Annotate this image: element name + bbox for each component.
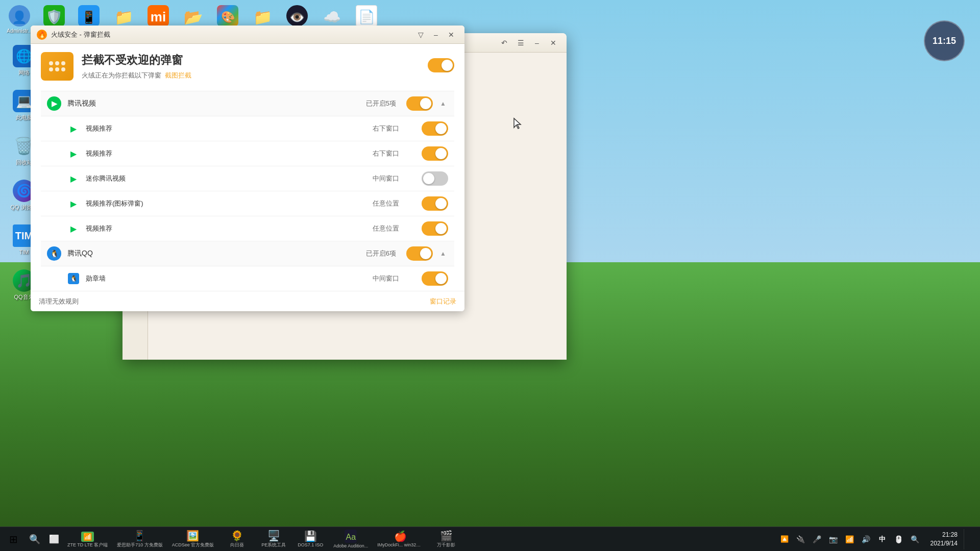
taskbar-app-acdsee[interactable]: 🖼️ ACDSee 官方免费版 [168,527,218,552]
tray-search2[interactable]: 🔍 [908,532,922,546]
taskbar-app-audition[interactable]: Aa Adobe Audition... [329,527,372,552]
main-window-close-btn[interactable]: ✕ [546,36,560,49]
taskbar-app-xiangmu[interactable]: 🌻 向日葵 [219,527,255,552]
taskbar-app-zte[interactable]: 📶 ZTE TD LTE 客户端 [63,527,112,552]
group-tencent-qq: 🐧 腾讯QQ 已开启6项 ▲ [41,241,454,266]
footer-clean-link[interactable]: 清理无效规则 [39,297,79,306]
group-icon-tencent-video: ▶ [47,96,61,111]
taskbar-app-dos7[interactable]: 💾 DOS7.1 ISO [292,527,328,552]
group-name-tencent-video: 腾讯视频 [67,99,366,108]
group-count-tencent-video: 已开启5项 [366,99,396,108]
taskbar-search-button[interactable]: 🔍 [24,529,45,549]
taskbar-apps: 📶 ZTE TD LTE 客户端 📱 爱思助手710 方免费版 🖼️ ACDSe… [63,527,777,552]
dot1 [49,61,53,65]
list-item-mini-video: ▶ 迷你腾讯视频 中间窗口 [41,166,454,191]
taskbar-date: 2021/9/14 [930,539,958,548]
group-name-tencent-qq: 腾讯QQ [67,249,366,258]
tray-mouse[interactable]: 🖱️ [892,532,906,546]
main-window-minimize-btn[interactable]: – [530,36,544,49]
main-toggle[interactable] [428,58,454,74]
group-icon-tencent-qq: 🐧 [47,246,61,261]
dot2 [55,61,59,65]
popup-title: 拦截不受欢迎的弹窗 [82,53,191,68]
item-icon-5: ▶ [67,222,80,235]
main-window-undo-btn[interactable]: ↶ [497,36,511,49]
item-icon-2: ▶ [67,147,80,160]
popup-dots [49,61,65,71]
item-toggle-5[interactable] [422,221,448,236]
tray-icon-1[interactable]: 🔌 [794,532,808,546]
dialog-close-btn[interactable]: ✕ [444,28,458,41]
item-icon-3: ▶ [67,172,80,185]
taskbar-time: 21:28 [942,531,958,539]
popup-header-icon [41,52,74,81]
dot3 [61,61,65,65]
dot5 [55,67,59,71]
dialog-body: 拦截不受欢迎的弹窗 火绒正在为你拦截以下弹窗 截图拦截 ▶ [31,44,464,305]
taskbar-app-pe[interactable]: 🖥️ PE系统工具 [256,527,291,552]
group-toggle-tencent-qq[interactable] [406,246,433,261]
tray-chevron[interactable]: 🔼 [777,532,792,546]
screenshot-link[interactable]: 截图拦截 [165,71,191,79]
tray-lang[interactable]: 中 [875,532,890,546]
tray-mic[interactable]: 🎤 [810,532,824,546]
tray-volume[interactable]: 🔊 [859,532,873,546]
tray-cam[interactable]: 📷 [826,532,841,546]
main-toggle-switch[interactable] [428,58,454,72]
audition-label: Adobe Audition... [333,543,368,548]
dialog-logo: 🔥 [37,30,47,40]
clock-time: 11:15 [933,36,956,46]
group-count-tencent-qq: 已开启6项 [366,249,396,258]
dialog-title: 火绒安全 - 弹窗拦截 [51,30,413,39]
item-icon-4: ▶ [67,197,80,210]
main-window-controls: ↶ ☰ – ✕ [497,36,560,49]
admin-label: Administr... [7,28,32,34]
taskbar: ⊞ 🔍 ⬜ 📶 ZTE TD LTE 客户端 📱 爱思助手710 方免费版 🖼️… [0,527,980,551]
list-item-xunzhang: 🐧 勋章墙 中间窗口 [41,266,454,291]
item-icon-qq-1: 🐧 [67,272,80,285]
taskbar-clock[interactable]: 21:28 2021/9/14 [926,530,962,549]
group-arrow-tencent-video[interactable]: ▲ [438,100,448,107]
taskbar-app-mydock[interactable]: 🍎 IMyDockFi... win32%2... [373,527,427,552]
list-item-video-rec-1: ▶ 视频推荐 右下窗口 [41,116,454,141]
dot4 [49,67,53,71]
show-desktop-btn[interactable] [964,529,978,549]
taskbar-task-view[interactable]: ⬜ [45,530,63,548]
list-item-video-icon-popup: ▶ 视频推荐(图标弹窗) 任意位置 [41,191,454,216]
dialog-footer: 清理无效规则 窗口记录 [31,291,464,311]
dialog-window: 🔥 火绒安全 - 弹窗拦截 ▽ – ✕ [31,26,464,311]
list-item-video-rec-2: ▶ 视频推荐 右下窗口 [41,141,454,166]
taskbar-app-aisi[interactable]: 📱 爱思助手710 方免费版 [113,527,167,552]
dialog-minimize-btn[interactable]: – [429,28,443,41]
clock-widget: 11:15 [924,20,965,61]
dialog-controls: ▽ – ✕ [413,28,458,41]
desktop-icon-admin[interactable]: 👤 Administr... [4,2,35,37]
desktop: 11:15 👤 Administr... 🛡️ 电脑管家 📱 刷机精灵 📁 [0,0,980,551]
item-icon-1: ▶ [67,122,80,135]
popup-list[interactable]: ▶ 腾讯视频 已开启5项 ▲ ▶ 视频推荐 右下窗口 ▶ 视频推荐 [41,91,454,305]
item-toggle-qq-1[interactable] [422,271,448,286]
item-toggle-2[interactable] [422,146,448,161]
group-tencent-video: ▶ 腾讯视频 已开启5项 ▲ [41,91,454,116]
dialog-filter-btn[interactable]: ▽ [413,28,428,41]
list-item-video-rec-3: ▶ 视频推荐 任意位置 [41,216,454,241]
group-arrow-tencent-qq[interactable]: ▲ [438,250,448,257]
group-toggle-tencent-video[interactable] [406,96,433,111]
item-toggle-3[interactable] [422,171,448,186]
popup-header: 拦截不受欢迎的弹窗 火绒正在为你拦截以下弹窗 截图拦截 [41,52,454,81]
popup-header-text: 拦截不受欢迎的弹窗 火绒正在为你拦截以下弹窗 截图拦截 [82,53,191,80]
taskbar-app-wanpian[interactable]: 🎬 万千影影 [428,527,464,552]
tray-wifi[interactable]: 📶 [843,532,857,546]
item-toggle-4[interactable] [422,196,448,211]
main-window-list-btn[interactable]: ☰ [513,36,528,49]
dialog-titlebar: 🔥 火绒安全 - 弹窗拦截 ▽ – ✕ [31,26,464,44]
popup-subtitle: 火绒正在为你拦截以下弹窗 截图拦截 [82,71,191,80]
dot6 [61,67,65,71]
taskbar-tray: 🔼 🔌 🎤 📷 📶 🔊 中 🖱️ 🔍 [777,532,922,546]
item-toggle-1[interactable] [422,121,448,136]
taskbar-start-button[interactable]: ⊞ [2,528,24,550]
footer-record-link[interactable]: 窗口记录 [430,297,456,306]
